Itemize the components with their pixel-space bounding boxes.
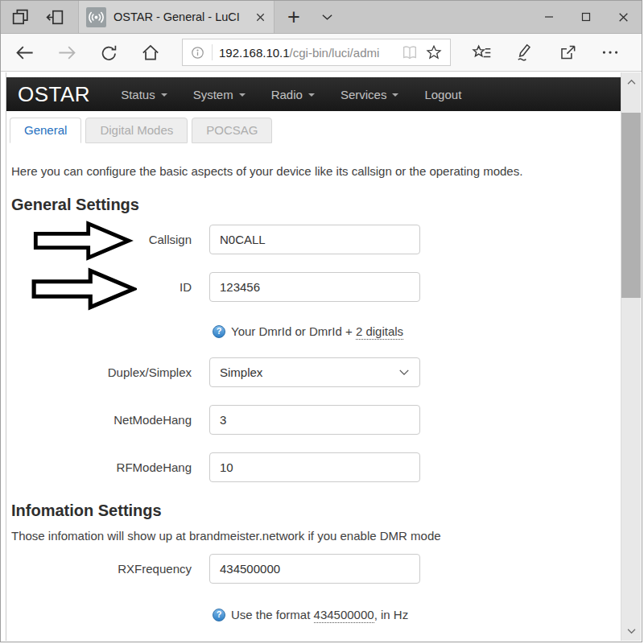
nav-item-system[interactable]: System [193,88,246,101]
url-separator [212,44,213,60]
form-row-rxfrequency: RXFrequency [10,554,617,584]
section-title-general: General Settings [11,194,616,215]
chevron-down-icon [161,93,167,97]
nav-item-services[interactable]: Services [341,88,399,101]
tabs-dropdown-icon[interactable] [321,13,333,21]
favorite-star-icon[interactable] [425,43,443,61]
id-label: ID [10,280,209,294]
url-text[interactable]: 192.168.10.1/cgi-bin/luci/admi [219,46,394,60]
brand-ostar[interactable]: OSTAR [18,82,90,107]
rx-help-link[interactable]: 434500000 [314,608,374,623]
tab-digital-modes[interactable]: Digital Modes [85,118,188,143]
rxfrequency-input[interactable] [209,554,420,584]
tab-title: OSTAR - General - LuCI [114,10,247,23]
id-help-text: ? Your DmrId or DmrId + 2 digitals [213,324,617,338]
select-chevron-icon [398,369,410,376]
browser-tab-bar: OSTAR - General - LuCI + [1,1,642,34]
rfmodehang-input[interactable] [209,452,420,482]
callsign-input[interactable] [209,225,420,254]
luci-navbar: OSTAR Status System Radio Services [6,77,621,111]
rx-help-label: Use the format 434500000, in Hz [231,608,408,621]
form-row-callsign: Callsign [10,225,617,254]
luci-page: OSTAR Status System Radio Services [6,72,621,641]
nav-item-status[interactable]: Status [121,88,167,101]
form-row-id: ID [10,272,617,302]
settings-ellipsis-icon[interactable] [600,42,621,63]
nav-item-radio[interactable]: Radio [271,88,315,101]
rxfrequency-help-text: ? Use the format 434500000, in Hz [213,608,617,621]
nav-item-logout[interactable]: Logout [424,88,461,101]
information-description: Those infomation will show up at brandme… [11,529,616,543]
help-question-icon: ? [213,325,225,338]
netmodehang-input[interactable] [209,405,420,435]
site-favicon [86,7,106,27]
nav-item-label: System [193,88,233,101]
form-row-netmodehang: NetModeHang [10,405,617,435]
rfmodehang-label: RFModeHang [10,460,209,474]
minimize-button[interactable] [530,1,568,33]
url-host: 192.168.10.1 [219,46,290,60]
scroll-down-icon[interactable] [621,621,641,641]
id-input[interactable] [209,272,420,302]
site-info-icon[interactable] [190,45,205,60]
nav-item-label: Services [341,88,387,101]
general-settings-form: Callsign ID ? Your DmrId or DmrId + 2 di… [10,225,617,482]
id-help-link[interactable]: 2 digitals [356,324,403,340]
chevron-down-icon [239,93,246,97]
tabs-set-aside-preview-icon[interactable] [10,7,31,27]
address-bar[interactable]: 192.168.10.1/cgi-bin/luci/admi [182,39,451,66]
rx-help-prefix: Use the format [231,608,314,621]
scroll-up-icon[interactable] [621,72,641,92]
netmodehang-label: NetModeHang [10,413,209,427]
tab-pocsag[interactable]: POCSAG [192,118,272,143]
reading-view-icon[interactable] [401,43,419,61]
browser-toolbar: 192.168.10.1/cgi-bin/luci/admi [1,34,642,72]
nav-item-label: Status [121,88,155,101]
browser-viewport: OSTAR Status System Radio Services [6,72,641,641]
set-tabs-aside-icon[interactable] [45,7,65,27]
help-question-icon: ? [213,609,225,621]
refresh-icon[interactable] [99,43,119,63]
chevron-down-icon [308,93,315,97]
page-tabs: General Digital Modes POCSAG [10,118,617,143]
close-button[interactable] [605,1,642,33]
section-title-information: Infomation Settings [11,500,616,521]
scrollbar-thumb[interactable] [621,113,641,298]
new-tab-button[interactable]: + [287,6,300,28]
rxfrequency-label: RXFrequency [10,562,209,576]
duplex-label: Duplex/Simplex [10,365,209,379]
tab-close-icon[interactable] [254,11,266,23]
favorites-hub-icon[interactable] [472,42,493,63]
page-scrollbar[interactable] [621,72,641,641]
form-row-duplex: Duplex/Simplex Simplex [10,357,617,387]
url-path: /cgi-bin/luci/admi [290,46,380,60]
forward-icon[interactable] [56,42,78,64]
tab-general[interactable]: General [10,118,81,143]
maximize-button[interactable] [568,1,605,33]
page-intro: Here you can configure the basic aspects… [11,164,616,178]
chevron-down-icon [392,93,398,97]
information-settings-form: RXFrequency ? Use the format 434500000, … [10,554,617,621]
form-row-rfmodehang: RFModeHang [10,452,617,482]
nav-item-label: Radio [271,88,303,101]
id-help-label: Your DmrId or DmrId + 2 digitals [231,324,403,338]
duplex-selected-value: Simplex [220,365,262,379]
duplex-select[interactable]: Simplex [209,357,420,387]
nav-item-label: Logout [424,88,461,101]
browser-tab[interactable]: OSTAR - General - LuCI [78,1,275,33]
web-note-pen-icon[interactable] [514,42,535,63]
rx-help-suffix: , in Hz [374,608,409,621]
back-icon[interactable] [14,42,35,64]
share-icon[interactable] [557,42,578,63]
browser-window: OSTAR - General - LuCI + [0,0,642,642]
id-help-prefix: Your DmrId or DmrId + [231,324,356,338]
callsign-label: Callsign [10,233,209,246]
home-icon[interactable] [140,42,161,63]
